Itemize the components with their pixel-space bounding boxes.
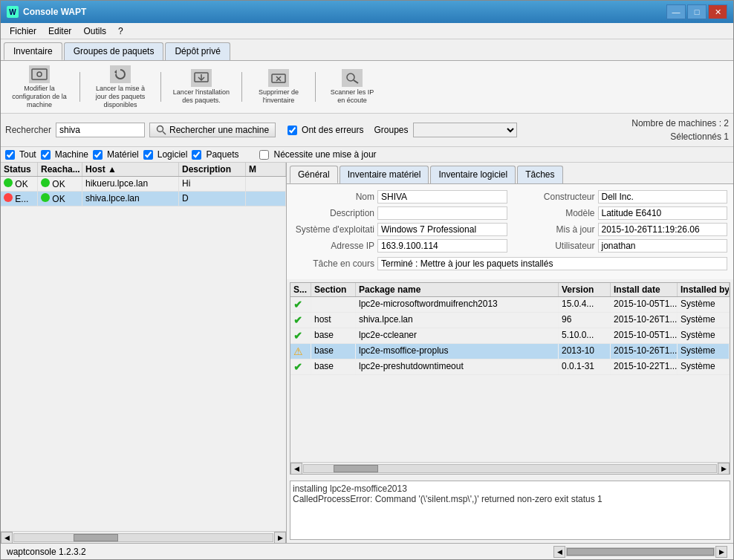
- filter-paquets[interactable]: [192, 150, 201, 160]
- close-button[interactable]: ✕: [708, 4, 727, 19]
- tab-inventaire-materiel[interactable]: Inventaire matériel: [340, 166, 429, 183]
- toolbar-config-label: Modifier la configuration de la machine: [10, 85, 69, 108]
- toolbar-sep-4: [315, 72, 316, 102]
- col-reachable: Reacha...: [38, 163, 82, 176]
- pkg-version: 15.0.4...: [559, 297, 611, 312]
- filter-materiel[interactable]: [93, 150, 103, 160]
- needs-update-checkbox[interactable]: [259, 150, 269, 160]
- toolbar-update-label: Lancer la mise à jour des paquets dispon…: [91, 85, 150, 108]
- pkg-status: ⚠: [290, 344, 311, 359]
- toolbar-remove-btn[interactable]: Supprimer de l'inventaire: [248, 68, 309, 106]
- constructeur-value: Dell Inc.: [598, 190, 728, 204]
- pkg-date: 2015-10-05T1...: [611, 297, 678, 312]
- pkg-status: ✔: [290, 359, 311, 374]
- check-icon: ✔: [293, 361, 302, 373]
- pkg-hscroll-track[interactable]: [303, 464, 717, 473]
- ok-icon: [4, 178, 13, 187]
- toolbar-update-btn[interactable]: Lancer la mise à jour des paquets dispon…: [86, 64, 155, 110]
- pkg-scroll-right-btn[interactable]: ▶: [718, 463, 730, 475]
- menu-help[interactable]: ?: [112, 25, 129, 38]
- filter-logiciel[interactable]: [143, 150, 153, 160]
- menu-fichier[interactable]: Fichier: [4, 25, 42, 38]
- pkg-row[interactable]: ⚠ base lpc2e-msoffice-proplus 2013-10 20…: [290, 344, 730, 359]
- pkg-by: Système: [678, 328, 730, 343]
- detail-content: Nom SHIVA Constructeur Dell Inc. Descrip…: [287, 184, 733, 279]
- tab-general[interactable]: Général: [290, 166, 338, 183]
- constructeur-row: Constructeur Dell Inc.: [513, 190, 728, 204]
- pkg-section: base: [311, 328, 356, 343]
- pkg-by: Système: [678, 297, 730, 312]
- svg-line-11: [163, 131, 166, 134]
- pkg-hscroll-thumb[interactable]: [334, 465, 378, 472]
- titlebar: W Console WAPT — □ ✕: [1, 1, 733, 23]
- search-input[interactable]: [56, 123, 145, 137]
- scroll-left-btn[interactable]: ◀: [1, 532, 13, 544]
- svg-point-1: [37, 72, 42, 76]
- ok-dot-icon: [41, 178, 50, 187]
- hscroll-thumb[interactable]: [74, 534, 118, 541]
- menu-outils[interactable]: Outils: [77, 25, 112, 38]
- tab-inventaire-logiciel[interactable]: Inventaire logiciel: [430, 166, 516, 183]
- desc-cell: Hi: [179, 177, 246, 191]
- pkg-row[interactable]: ✔ lpc2e-microsoftwordmuifrench2013 15.0.…: [290, 297, 730, 313]
- toolbar-config-btn[interactable]: Modifier la configuration de la machine: [5, 64, 74, 110]
- status-scroll-track[interactable]: [566, 547, 715, 556]
- host-cell: hikueru.lpce.lan: [82, 177, 179, 191]
- tab-inventaire[interactable]: Inventaire: [4, 42, 62, 60]
- groups-label: Groupes: [374, 125, 408, 135]
- pkg-col-by: Installed by: [678, 283, 730, 296]
- pkg-name: lpc2e-msoffice-proplus: [356, 344, 559, 359]
- has-errors-checkbox[interactable]: [288, 126, 297, 135]
- description-label: Description: [293, 208, 374, 218]
- pkg-row[interactable]: ✔ host shiva.lpce.lan 96 2015-10-26T1...…: [290, 313, 730, 328]
- pkg-row[interactable]: ✔ base lpc2e-ccleaner 5.10.0... 2015-10-…: [290, 328, 730, 344]
- pkg-status: ✔: [290, 297, 311, 312]
- scroll-right-btn[interactable]: ▶: [274, 532, 286, 544]
- pkg-col-version: Version: [559, 283, 611, 296]
- tab-depot[interactable]: Dépôt privé: [165, 42, 230, 60]
- machine-table-header: Status Reacha... Host ▲ Description M: [1, 163, 286, 177]
- search-bar: Rechercher Rechercher une machine Ont de…: [1, 114, 733, 147]
- reachable-cell: OK: [38, 177, 82, 191]
- check-icon: ✔: [293, 330, 302, 342]
- mis-a-jour-value: 2015-10-26T11:19:26.06: [598, 223, 728, 236]
- pkg-date: 2015-10-26T1...: [611, 313, 678, 328]
- pkg-date: 2015-10-26T1...: [611, 344, 678, 359]
- m-cell: [246, 192, 286, 206]
- pkg-section: base: [311, 359, 356, 374]
- main-tabs: Inventaire Groupes de paquets Dépôt priv…: [1, 39, 733, 61]
- menubar: Fichier Editer Outils ?: [1, 23, 733, 39]
- install-icon: [191, 69, 212, 87]
- statusbar: waptconsole 1.2.3.2 ◀ ▶: [1, 543, 733, 559]
- groups-select[interactable]: [413, 123, 517, 137]
- adresse-row: Adresse IP 163.9.100.114: [293, 239, 507, 253]
- table-row[interactable]: OK OK hikueru.lpce.lan Hi: [1, 177, 286, 192]
- toolbar-sep-1: [79, 72, 80, 102]
- adresse-value: 163.9.100.114: [377, 239, 507, 253]
- status-scroll-right[interactable]: ▶: [715, 546, 727, 558]
- main-window: W Console WAPT — □ ✕ Fichier Editer Outi…: [0, 0, 734, 560]
- status-scroll-left[interactable]: ◀: [553, 546, 565, 558]
- pkg-scroll-left-btn[interactable]: ◀: [290, 463, 302, 475]
- pkg-row[interactable]: ✔ base lpc2e-preshutdowntimeout 0.0.1-31…: [290, 359, 730, 375]
- menu-editer[interactable]: Editer: [42, 25, 77, 38]
- check-icon: ✔: [293, 299, 302, 310]
- host-cell: shiva.lpce.lan: [82, 192, 179, 206]
- toolbar-scan-btn[interactable]: Scanner les IP en écoute: [322, 68, 383, 106]
- hscroll-track[interactable]: [13, 533, 273, 542]
- filter-machine[interactable]: [41, 150, 51, 160]
- filter-materiel-label: Matériel: [107, 149, 139, 160]
- filter-tout[interactable]: [5, 150, 15, 160]
- statusbar-scrollbar: ◀ ▶: [553, 546, 727, 558]
- table-row[interactable]: E... OK shiva.lpce.lan D: [1, 192, 286, 206]
- svg-marker-2: [114, 70, 117, 74]
- minimize-button[interactable]: —: [666, 4, 686, 19]
- tab-groupes[interactable]: Groupes de paquets: [64, 42, 164, 60]
- status-scroll-thumb[interactable]: [567, 548, 714, 556]
- machine-count: Nombre de machines : 2: [631, 117, 729, 130]
- maximize-button[interactable]: □: [687, 4, 707, 19]
- tab-taches[interactable]: Tâches: [517, 166, 562, 183]
- error-icon: [4, 193, 13, 202]
- search-button[interactable]: Rechercher une machine: [149, 123, 276, 137]
- toolbar-install-btn[interactable]: Lancer l'installation des paquets.: [167, 68, 236, 106]
